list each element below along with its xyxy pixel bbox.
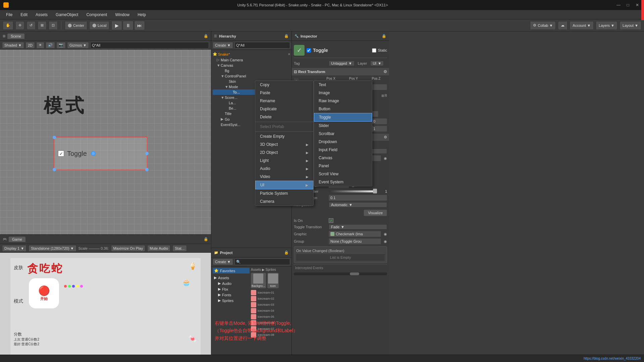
ctx-rename[interactable]: Rename — [255, 97, 313, 105]
inspector-scrollbar[interactable] — [294, 273, 387, 275]
icecream-05[interactable]: icecream-05 — [251, 314, 290, 320]
icecream-08[interactable]: icecream-08 — [251, 332, 290, 338]
ctx-ui-slider[interactable]: Slider — [314, 122, 372, 130]
minimize-btn[interactable]: — — [615, 2, 622, 8]
icecream-06[interactable]: icecream-06 — [251, 320, 290, 326]
ctx-audio[interactable]: Audio ▶ — [255, 165, 313, 173]
inspector-lock[interactable]: 🔒 — [382, 34, 386, 38]
ctx-particle-system[interactable]: Particle System — [255, 189, 313, 197]
ctx-select-prefab[interactable]: Select Prefab — [255, 123, 313, 131]
shaded-dropdown[interactable]: Shaded ▼ — [2, 42, 24, 49]
hierarchy-create-btn[interactable]: Create ▼ — [213, 42, 233, 49]
ctx-ui-event-system[interactable]: Event System — [314, 178, 372, 186]
tag-dropdown[interactable]: Untagged▼ — [329, 61, 355, 66]
ctx-ui-raw-image[interactable]: Raw Image — [314, 97, 372, 105]
cloud-button[interactable]: ☁ — [558, 21, 568, 30]
rotate-tool[interactable]: ↺ — [26, 21, 36, 30]
static-checkbox[interactable] — [372, 48, 376, 53]
toggle-enabled-checkbox[interactable] — [307, 48, 311, 53]
project-search-input[interactable] — [241, 260, 288, 264]
menu-help[interactable]: Help — [134, 12, 149, 18]
ctx-create-empty[interactable]: Create Empty — [255, 132, 313, 140]
menu-edit[interactable]: Edit — [17, 12, 31, 18]
layout-button[interactable]: Layout ▼ — [620, 21, 641, 30]
collab-button[interactable]: ⚙ Collab ▼ — [530, 21, 556, 30]
ctx-ui-button[interactable]: Button — [314, 105, 372, 113]
icecream-03[interactable]: icecream-03 — [251, 302, 290, 308]
ctx-3d-object[interactable]: 3D Object ▶ — [255, 140, 313, 148]
graphic-value[interactable]: Checkmark (Ima — [329, 231, 381, 237]
tree-snake[interactable]: ⭐ Snake* ≡ — [213, 51, 290, 57]
navigation-dropdown[interactable]: Automatic▼ — [329, 202, 387, 207]
project-lock[interactable]: 🔒 — [284, 250, 289, 255]
ctx-ui-input-field[interactable]: Input Field — [314, 146, 372, 154]
ctx-ui-panel[interactable]: Panel — [314, 162, 372, 170]
fade-duration-input[interactable]: 0.1 — [329, 195, 387, 201]
2d-toggle[interactable]: 2D — [25, 42, 35, 49]
ctx-delete[interactable]: Delete — [255, 113, 313, 121]
project-folder-audio[interactable]: ▶ Audio — [213, 281, 250, 286]
icecream-07[interactable]: icecream-07 — [251, 326, 290, 332]
hand-tool[interactable]: ✋ — [3, 21, 13, 30]
ctx-duplicate[interactable]: Duplicate — [255, 105, 313, 113]
scene-search[interactable] — [90, 42, 209, 49]
scene-tab[interactable]: Scene — [7, 34, 24, 39]
ctx-ui-text[interactable]: Text — [314, 81, 372, 89]
project-folder-fonts[interactable]: ▶ Fonts — [213, 292, 250, 298]
layer-dropdown[interactable]: UI▼ — [370, 61, 384, 66]
resolution-dropdown[interactable]: Standalone (1280x720) ▼ — [29, 245, 76, 252]
toggle-script-settings[interactable]: ⚙ — [384, 135, 387, 139]
step-button[interactable]: ⏭ — [134, 21, 145, 30]
menu-gameobject[interactable]: GameObject — [52, 12, 82, 18]
ctx-ui[interactable]: UI ▶ — [255, 181, 313, 189]
tree-main-camera[interactable]: ▷ Main Camera — [213, 57, 290, 63]
scene-lock-icon[interactable]: 🔒 — [204, 34, 208, 38]
ctx-copy[interactable]: Copy — [255, 81, 313, 89]
sprite-backgro[interactable]: Backgro... — [251, 273, 266, 288]
display-dropdown[interactable]: Display 1 ▼ — [2, 245, 26, 252]
scale-tool[interactable]: ⊞ — [38, 21, 47, 30]
ctx-2d-object[interactable]: 2D Object ▶ — [255, 148, 313, 157]
ctx-paste[interactable]: Paste — [255, 89, 313, 97]
ctx-light[interactable]: Light ▶ — [255, 157, 313, 165]
ctx-ui-image[interactable]: Image — [314, 89, 372, 97]
play-button[interactable]: ▶ — [111, 21, 122, 30]
tree-controlpanel[interactable]: ▼ ControlPanel — [213, 73, 290, 79]
group-value[interactable]: None (Toggle Grou — [329, 238, 381, 244]
scene-canvas[interactable]: 模式 ✓ Toggle — [0, 50, 211, 234]
target-graphic-picker[interactable]: ◉ — [384, 156, 387, 161]
scene-search-input[interactable] — [92, 43, 207, 47]
pause-button[interactable]: ⏸ — [123, 21, 133, 30]
scene-image-toggle[interactable]: 📷 — [56, 42, 66, 49]
ctx-ui-dropdown[interactable]: Dropdown — [314, 138, 372, 146]
visualize-button[interactable]: Visualize — [364, 209, 387, 216]
ctx-ui-scrollbar[interactable]: Scrollbar — [314, 130, 372, 138]
project-search-box[interactable]: 🔍 — [234, 258, 290, 265]
game-tab[interactable]: Game — [9, 237, 25, 242]
account-button[interactable]: Account ▼ — [570, 21, 594, 30]
rect-transform-section[interactable]: ⊡ Rect Transform ⚙ — [292, 68, 389, 75]
mute-audio-btn[interactable]: Mute Audio — [147, 245, 170, 252]
hierarchy-search-box[interactable] — [234, 42, 290, 49]
is-on-checkbox[interactable]: ✓ — [329, 218, 333, 223]
stats-btn[interactable]: Stat... — [172, 245, 187, 252]
sprite-icon[interactable]: Icon — [267, 273, 279, 288]
toggle-transition-dropdown[interactable]: Fade▼ — [329, 224, 387, 230]
tree-bg[interactable]: Bg — [213, 68, 290, 73]
center-toggle[interactable]: ⬤ Center — [65, 21, 87, 30]
hierarchy-lock[interactable]: 🔒 — [284, 34, 289, 38]
project-create-btn[interactable]: Create ▼ — [213, 258, 233, 265]
ctx-video[interactable]: Video ▶ — [255, 173, 313, 181]
maximize-btn[interactable]: □ — [625, 2, 631, 8]
project-folder-fbx[interactable]: ▶ Fbx — [213, 286, 250, 292]
local-toggle[interactable]: ⬤ Local — [89, 21, 109, 30]
ctx-ui-toggle[interactable]: Toggle — [314, 113, 372, 122]
project-favorites[interactable]: ⭐ Favorites — [213, 268, 250, 274]
project-assets-root[interactable]: ▶ Assets — [213, 275, 250, 281]
menu-assets[interactable]: Assets — [32, 12, 51, 18]
hierarchy-search-input[interactable] — [236, 43, 288, 47]
icecream-04[interactable]: icecream-04 — [251, 308, 290, 314]
icecream-01[interactable]: icecream-01 — [251, 290, 290, 296]
graphic-picker[interactable]: ◉ — [384, 232, 387, 236]
rect-tool[interactable]: ⊡ — [49, 21, 58, 30]
